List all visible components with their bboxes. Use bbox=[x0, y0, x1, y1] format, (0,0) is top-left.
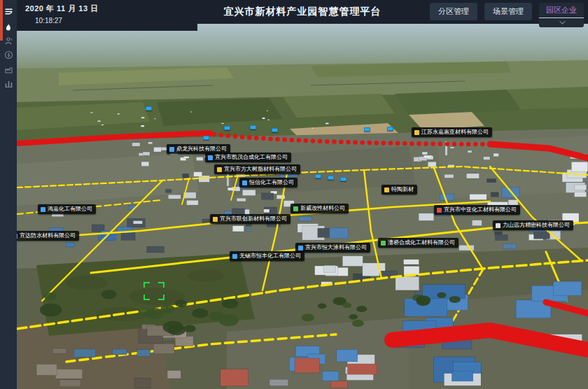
enterprise-dropdown-label: 园区企业 bbox=[539, 3, 584, 18]
company-label-text: 恒信化工有限公司 bbox=[249, 180, 294, 185]
flame-icon[interactable] bbox=[0, 20, 17, 34]
company-label[interactable]: 江苏永嘉惠亚材料有限公司 bbox=[412, 127, 492, 137]
factory-icon[interactable] bbox=[0, 62, 17, 76]
company-label-text: 宜兴市联创新材料有限公司 bbox=[220, 216, 287, 222]
app-window: 宜兴市新材料产业园智慧管理平台 2020 年 11 月 13 日 10:18:2… bbox=[0, 0, 588, 389]
company-marker-icon bbox=[232, 254, 237, 259]
company-label[interactable]: 宜达防水材料有限公司 bbox=[17, 231, 79, 241]
company-label-text: 力山远方精密科技有限公司 bbox=[503, 222, 570, 228]
power-gauge-icon[interactable] bbox=[0, 48, 17, 62]
header: 宜兴市新材料产业园智慧管理平台 2020 年 11 月 13 日 10:18:2… bbox=[17, 0, 588, 24]
datetime-panel: 2020 年 11 月 13 日 10:18:27 bbox=[17, 0, 197, 31]
bar-chart-icon[interactable] bbox=[0, 76, 17, 90]
company-label-text: 宜兴市中亚化工材料有限公司 bbox=[444, 207, 517, 213]
company-marker-icon bbox=[496, 223, 500, 228]
company-label[interactable]: 宜兴市方大树脂材料有限公司 bbox=[214, 164, 300, 174]
company-label[interactable]: 宜兴市中亚化工材料有限公司 bbox=[434, 205, 520, 215]
company-label-text: 江苏永嘉惠亚材料有限公司 bbox=[421, 129, 489, 135]
company-label[interactable]: 无锡市恒丰化工有限公司 bbox=[230, 251, 304, 261]
vehicle-marker[interactable] bbox=[272, 128, 278, 132]
company-label-text: 特陶新材 bbox=[391, 187, 414, 192]
vehicle-marker[interactable] bbox=[328, 176, 334, 180]
scene-management-button[interactable]: 场景管理 bbox=[484, 3, 532, 20]
company-marker-icon bbox=[298, 246, 303, 250]
company-marker-icon bbox=[208, 155, 213, 160]
company-label[interactable]: 力山远方精密科技有限公司 bbox=[493, 220, 573, 230]
company-marker-icon bbox=[437, 208, 442, 213]
company-label-text: 鼎龙兴科技有限公司 bbox=[176, 146, 227, 152]
company-marker-icon bbox=[414, 130, 419, 135]
company-marker-icon bbox=[17, 234, 18, 239]
company-marker-icon bbox=[381, 241, 386, 246]
company-marker-icon bbox=[242, 181, 247, 185]
person-alert-icon[interactable] bbox=[0, 34, 17, 48]
company-marker-icon bbox=[213, 217, 218, 222]
company-label[interactable]: 新威改性材料公司 bbox=[290, 204, 349, 213]
company-label-text: 宜兴市凯茂合成化工有限公司 bbox=[215, 155, 288, 160]
vehicle-marker[interactable] bbox=[340, 177, 346, 181]
company-label-text: 宜达防水材料有限公司 bbox=[20, 233, 76, 239]
company-marker-icon bbox=[41, 207, 46, 212]
company-label[interactable]: 特陶新材 bbox=[382, 185, 417, 194]
company-label[interactable]: 恒信化工有限公司 bbox=[239, 178, 298, 188]
company-label-text: 无锡市恒丰化工有限公司 bbox=[239, 253, 301, 259]
company-label[interactable]: 宜兴市凯茂合成化工有限公司 bbox=[205, 153, 291, 162]
enterprise-dropdown[interactable]: 园区企业 bbox=[539, 3, 584, 27]
vehicle-marker[interactable] bbox=[146, 106, 152, 111]
company-marker-icon bbox=[384, 188, 389, 192]
selection-brackets bbox=[144, 282, 164, 300]
vehicle-marker[interactable] bbox=[203, 136, 209, 140]
company-label[interactable]: 宜兴市恒大涂料有限公司 bbox=[295, 243, 370, 253]
company-label-text: 新威改性材料公司 bbox=[300, 206, 345, 211]
company-label-text: 鸿嘉化工有限公司 bbox=[48, 206, 92, 212]
company-label[interactable]: 漕桥合成化工材料有限公司 bbox=[378, 238, 458, 248]
zone-management-button[interactable]: 分区管理 bbox=[430, 3, 477, 20]
vehicle-marker[interactable] bbox=[224, 126, 230, 130]
map-canvas[interactable]: 江苏永嘉惠亚材料有限公司鼎龙兴科技有限公司宜兴市凯茂合成化工有限公司宜兴市方大树… bbox=[17, 24, 588, 389]
vehicle-marker[interactable] bbox=[250, 125, 256, 129]
current-time: 10:18:27 bbox=[35, 17, 197, 24]
company-label[interactable]: 鸿嘉化工有限公司 bbox=[38, 204, 96, 214]
sidebar bbox=[0, 0, 17, 389]
chevron-down-icon bbox=[539, 18, 584, 27]
current-date: 2020 年 11 月 13 日 bbox=[25, 3, 197, 14]
company-label[interactable]: 宜兴市联创新材料有限公司 bbox=[210, 214, 290, 224]
vehicle-marker[interactable] bbox=[364, 127, 370, 132]
company-label-text: 漕桥合成化工材料有限公司 bbox=[388, 240, 455, 246]
vehicle-marker[interactable] bbox=[315, 174, 321, 178]
vehicle-marker[interactable] bbox=[387, 127, 393, 131]
company-marker-icon bbox=[217, 167, 222, 172]
company-marker-icon bbox=[169, 147, 174, 152]
menu-icon[interactable] bbox=[0, 4, 17, 18]
company-label-text: 宜兴市方大树脂材料有限公司 bbox=[224, 167, 297, 172]
company-label-text: 宜兴市恒大涂料有限公司 bbox=[305, 245, 367, 250]
company-marker-icon bbox=[293, 206, 298, 211]
